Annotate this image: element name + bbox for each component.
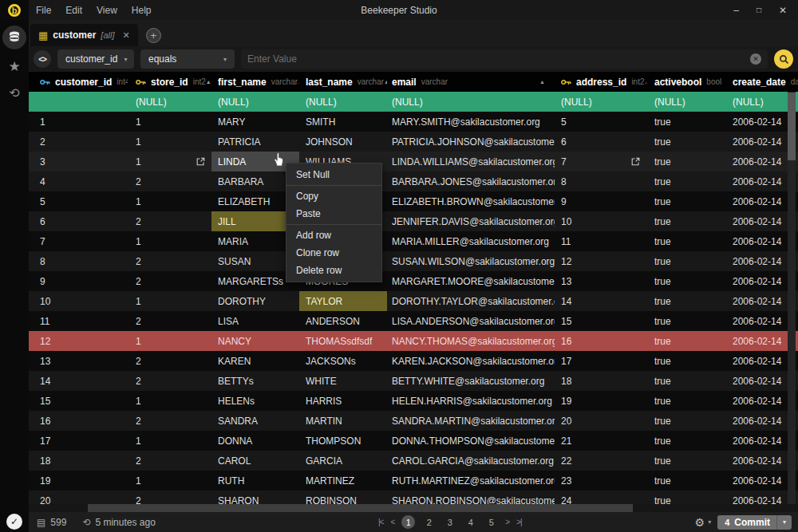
table-cell-email[interactable]: KAREN.JACKSON@sakilacustomer.org (387, 351, 555, 371)
column-header-create_date[interactable]: create_datedate▲ (722, 72, 798, 92)
sort-arrow-icon[interactable]: ▲ (539, 79, 555, 85)
table-cell-activebool[interactable]: true (646, 211, 722, 231)
table-cell-last_name[interactable]: THOMPSON (299, 431, 387, 451)
table-cell-create_date[interactable]: 2006-02-14 (722, 351, 798, 371)
table-cell-email[interactable]: BARBARA.JONES@sakilacustomer.org (387, 171, 555, 191)
minimize-button[interactable]: – (733, 5, 739, 16)
column-header-customer_id[interactable]: customer_idint4▲ (29, 72, 128, 92)
table-cell-address_id[interactable]: 19 (555, 391, 646, 411)
table-cell-first_name[interactable]: NANCY (211, 331, 299, 351)
table-cell-email[interactable]: LINDA.WILLIAMS@sakilacustomer.org (387, 152, 555, 171)
page-button-5[interactable]: 5 (484, 515, 498, 529)
table-cell-email[interactable]: MARY.SMITH@sakilacustomer.org (387, 112, 555, 132)
filter-column-select[interactable]: customer_id ▾ (57, 49, 134, 69)
previous-page-button[interactable]: < (390, 518, 394, 526)
table-cell-customer_id[interactable]: 10 (29, 291, 128, 311)
table-cell-last_name[interactable]: (NULL) (299, 92, 387, 112)
connection-status-icon[interactable]: ✓ (6, 514, 22, 530)
tab-customer[interactable]: ▦ customer [all] ✕ (30, 24, 138, 46)
table-cell-store_id[interactable]: 1 (128, 231, 211, 251)
table-cell-customer_id[interactable] (29, 92, 128, 112)
table-cell-address_id[interactable]: 15 (555, 311, 646, 331)
table-cell-customer_id[interactable]: 1 (29, 112, 128, 132)
context-menu-item-copy[interactable]: Copy (286, 187, 381, 205)
table-cell-first_name[interactable]: DONNA (211, 431, 299, 451)
table-cell-store_id[interactable]: 2 (128, 451, 211, 471)
table-cell-address_id[interactable]: 8 (555, 171, 646, 191)
page-button-4[interactable]: 4 (464, 515, 477, 529)
table-cell-last_name[interactable]: WHITE (299, 371, 387, 391)
table-row[interactable]: 21PATRICIAJOHNSONPATRICIA.JOHNSON@sakila… (29, 132, 798, 152)
sidebar-item-tables[interactable] (2, 26, 26, 49)
table-cell-store_id[interactable]: 1 (128, 152, 211, 171)
table-cell-create_date[interactable]: 2006-02-14 (722, 331, 798, 351)
horizontal-scrollbar[interactable] (29, 504, 798, 512)
table-cell-store_id[interactable]: 1 (128, 331, 211, 351)
table-cell-first_name[interactable]: BETTYs (211, 371, 299, 391)
table-cell-activebool[interactable]: true (646, 191, 722, 211)
table-cell-address_id[interactable]: 14 (555, 291, 646, 311)
table-cell-store_id[interactable]: 2 (128, 171, 211, 191)
table-row[interactable]: 142BETTYsWHITEBETTY.WHITE@sakilacustomer… (29, 371, 798, 391)
vertical-scrollbar-thumb[interactable] (788, 93, 796, 160)
table-cell-create_date[interactable]: 2006-02-14 (722, 311, 798, 331)
table-cell-customer_id[interactable]: 8 (29, 251, 128, 271)
menu-file[interactable]: File (36, 5, 51, 16)
table-cell-activebool[interactable]: true (646, 171, 722, 191)
sidebar-item-history[interactable]: ⟲ (0, 85, 29, 100)
table-cell-first_name[interactable]: PATRICIA (211, 132, 299, 152)
table-cell-last_name[interactable]: MARTINEZ (299, 471, 387, 491)
table-cell-customer_id[interactable]: 19 (29, 471, 128, 491)
menu-edit[interactable]: Edit (65, 5, 82, 16)
table-cell-create_date[interactable]: 2006-02-14 (722, 231, 798, 251)
table-cell-address_id[interactable]: 22 (555, 451, 646, 471)
commit-dropdown-caret[interactable]: ▾ (777, 518, 792, 526)
table-cell-store_id[interactable]: 2 (128, 351, 211, 371)
table-cell-activebool[interactable]: true (646, 291, 722, 311)
table-cell-email[interactable]: BETTY.WHITE@sakilacustomer.org (387, 371, 555, 391)
table-cell-address_id[interactable]: 9 (555, 191, 646, 211)
column-header-last_name[interactable]: last_namevarchar▲ (299, 72, 387, 92)
table-cell-activebool[interactable]: true (646, 251, 722, 271)
table-cell-address_id[interactable]: 7 (555, 152, 646, 171)
table-row[interactable]: 101DOROTHYTAYLORDOROTHY.TAYLOR@sakilacus… (29, 291, 798, 311)
table-cell-customer_id[interactable]: 16 (29, 411, 128, 431)
table-cell-activebool[interactable]: true (646, 331, 722, 351)
table-cell-customer_id[interactable]: 3 (29, 152, 128, 171)
table-row[interactable]: 62JILLDAVISJENNIFER.DAVIS@sakilacustomer… (29, 211, 798, 231)
page-button-3[interactable]: 3 (443, 515, 456, 529)
last-page-button[interactable]: >| (516, 518, 521, 526)
table-cell-first_name[interactable]: KAREN (211, 351, 299, 371)
column-header-store_id[interactable]: store_idint2▲ (128, 72, 211, 92)
table-row[interactable]: 51ELIZABETHBROWNELIZABETH.BROWN@sakilacu… (29, 191, 798, 211)
table-cell-store_id[interactable]: 2 (128, 411, 211, 431)
table-cell-last_name[interactable]: SMITH (299, 112, 387, 132)
table-cell-first_name[interactable]: RUTH (211, 471, 299, 491)
table-cell-first_name[interactable]: SANDRA (211, 411, 299, 431)
table-cell-address_id[interactable]: 10 (555, 211, 646, 231)
sql-toggle-button[interactable]: <> (34, 50, 51, 68)
table-cell-store_id[interactable]: (NULL) (128, 92, 211, 112)
table-cell-activebool[interactable]: true (646, 132, 722, 152)
table-cell-email[interactable]: SANDRA.MARTIN@sakilacustomer.org (387, 411, 555, 431)
table-cell-activebool[interactable]: true (646, 471, 722, 491)
menu-help[interactable]: Help (132, 5, 152, 16)
table-cell-activebool[interactable]: true (646, 391, 722, 411)
table-cell-store_id[interactable]: 1 (128, 391, 211, 411)
table-cell-store_id[interactable]: 1 (128, 132, 211, 152)
table-cell-first_name[interactable]: MARY (211, 112, 299, 132)
apply-filter-button[interactable] (774, 49, 793, 69)
first-page-button[interactable]: |< (378, 518, 383, 526)
table-cell-email[interactable]: DOROTHY.TAYLOR@sakilacustomer.org (387, 291, 555, 311)
table-row[interactable]: 42BARBARAJONESBARBARA.JONES@sakilacustom… (29, 171, 798, 191)
table-row[interactable]: 151HELENsHARRISHELEN.HARRIS@sakilacustom… (29, 391, 798, 411)
table-cell-email[interactable]: NANCY.THOMAS@sakilacustomer.org (387, 331, 555, 351)
table-row[interactable]: 92MARGARETSsMOORESMARGARET.MOORE@sakilac… (29, 271, 798, 291)
filter-value-input[interactable]: Enter Value ✕ (241, 49, 768, 69)
table-cell-activebool[interactable]: true (646, 152, 722, 171)
table-cell-create_date[interactable]: 2006-02-14 (722, 251, 798, 271)
table-cell-customer_id[interactable]: 2 (29, 132, 128, 152)
table-cell-last_name[interactable]: GARCIA (299, 451, 387, 471)
table-cell-activebool[interactable]: true (646, 311, 722, 331)
table-cell-email[interactable]: RUTH.MARTINEZ@sakilacustomer.org (387, 471, 555, 491)
